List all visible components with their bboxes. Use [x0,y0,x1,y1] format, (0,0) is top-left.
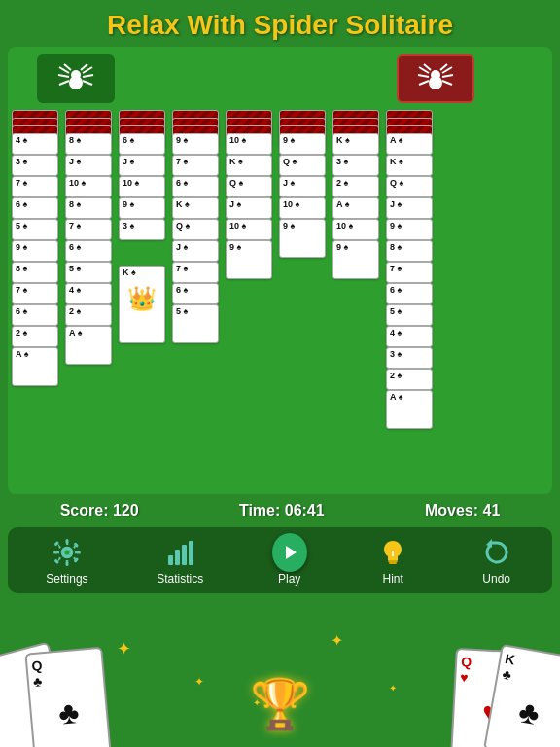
statistics-button[interactable]: Statistics [149,535,211,587]
svg-line-8 [64,64,71,70]
play-triangle-icon [280,543,299,562]
card[interactable]: 6 ♠ [386,283,433,304]
card[interactable]: 4 ♠ [65,283,112,304]
undo-label: Undo [482,572,510,586]
card[interactable]: 10 ♠ [65,176,112,197]
card[interactable]: J ♠ [386,197,433,219]
card[interactable]: K ♠ [332,133,379,155]
spider-icon-red [416,59,455,98]
card[interactable]: J ♠ [279,176,326,197]
hint-icon-area [375,537,410,568]
column-8: A ♠ K ♠ Q ♠ J ♠ 9 ♠ 8 ♠ 7 ♠ 6 ♠ 5 ♠ 4 ♠ … [386,110,437,460]
card[interactable]: 9 ♠ [226,240,272,279]
card[interactable]: 4 ♠ [386,326,433,347]
spider-logo-red [397,54,474,103]
svg-rect-39 [388,560,398,562]
card[interactable]: 8 ♠ [65,197,112,219]
time-display: Time: 06:41 [239,502,325,519]
column-4: 9 ♠ 7 ♠ 6 ♠ K ♠ Q ♠ J ♠ 7 ♠ 6 ♠ 5 ♠ [172,110,223,460]
card[interactable]: Q ♠ [226,176,272,197]
card[interactable]: J ♠ [226,197,272,219]
column-1: 4 ♠ 3 ♠ 7 ♠ 6 ♠ 5 ♠ 9 ♠ 8 ♠ 7 ♠ 6 ♠ 2 ♠ … [12,110,62,460]
card[interactable]: 7 ♠ [65,219,112,240]
card[interactable]: J ♠ [172,240,219,262]
hint-button[interactable]: Hint [368,535,418,587]
svg-rect-36 [182,545,187,565]
card[interactable]: 6 ♠ [119,133,165,155]
card[interactable]: 9 ♠ [279,133,326,155]
card[interactable]: 6 ♠ [172,176,219,197]
column-6: 9 ♠ Q ♠ J ♠ 10 ♠ 9 ♠ [279,110,330,460]
score-display: Score: 120 [60,502,139,519]
card[interactable]: 4 ♠ [12,133,58,155]
card[interactable]: 6 ♠ [12,197,58,219]
svg-line-16 [442,75,453,77]
statistics-label: Statistics [157,572,203,586]
card[interactable]: 9 ♠ [12,240,58,262]
play-button[interactable]: Play [264,535,315,587]
card[interactable]: 2 ♠ [12,326,58,347]
card[interactable]: 8 ♠ [65,133,112,155]
card[interactable]: 9 ♠ [386,219,433,240]
card[interactable]: Q ♠ [386,176,433,197]
card[interactable]: 3 ♠ [332,155,379,176]
card[interactable]: 9 ♠ [172,133,219,155]
play-label: Play [278,572,300,586]
card[interactable]: 10 ♠ [226,219,272,240]
card[interactable]: Q ♠ [279,155,326,176]
card[interactable]: 7 ♠ [172,155,219,176]
card[interactable]: 8 ♠ [386,240,433,262]
settings-icon-area [50,537,85,568]
king-card[interactable]: K ♠ 👑 [119,266,165,343]
settings-label: Settings [46,572,88,586]
svg-rect-34 [168,555,173,565]
card[interactable]: 3 ♠ [119,219,165,240]
card[interactable]: 5 ♠ [172,304,219,343]
card[interactable]: Q ♠ [172,219,219,240]
svg-rect-25 [65,561,68,566]
card[interactable]: 2 ♠ [65,304,112,326]
card[interactable]: K ♠ [226,155,272,176]
trophy-icon: 🏆 [250,676,310,732]
card[interactable]: 7 ♠ [12,283,58,304]
card[interactable]: A ♠ [12,347,58,386]
card[interactable]: 3 ♠ [386,347,433,369]
card[interactable]: A ♠ [65,326,112,365]
card[interactable]: J ♠ [119,155,165,176]
card[interactable]: 6 ♠ [12,304,58,326]
card[interactable]: 5 ♠ [12,219,58,240]
card[interactable]: 6 ♠ [65,240,112,262]
toolbar: Settings Statistics Play [8,527,552,593]
card[interactable]: 7 ♠ [386,262,433,283]
card[interactable]: 10 ♠ [226,133,272,155]
card[interactable]: 2 ♠ [386,369,433,390]
svg-marker-38 [286,546,297,559]
card[interactable]: 7 ♠ [12,176,58,197]
scores-bar: Score: 120 Time: 06:41 Moves: 41 [0,494,560,527]
card[interactable]: 3 ♠ [12,155,58,176]
card[interactable]: A ♠ [386,133,433,155]
card[interactable]: 9 ♠ [119,197,165,219]
card[interactable]: 10 ♠ [332,219,379,240]
svg-line-18 [424,64,431,70]
title-area: Relax With Spider Solitaire [0,0,560,47]
card[interactable]: 6 ♠ [172,283,219,304]
card[interactable]: A ♠ [332,197,379,219]
card[interactable]: 5 ♠ [65,262,112,283]
undo-button[interactable]: Undo [472,535,522,587]
svg-line-9 [81,64,88,70]
card[interactable]: K ♠ [386,155,433,176]
card[interactable]: K ♠ [172,197,219,219]
deco-card-2: Q♣ ♣ [24,647,111,747]
card[interactable]: 10 ♠ [279,197,326,219]
card[interactable]: 9 ♠ [332,240,379,279]
card[interactable]: 5 ♠ [386,304,433,326]
card[interactable]: 2 ♠ [332,176,379,197]
settings-button[interactable]: Settings [38,535,95,587]
card[interactable]: 7 ♠ [172,262,219,283]
card[interactable]: 8 ♠ [12,262,58,283]
card[interactable]: A ♠ [386,390,433,429]
card[interactable]: 10 ♠ [119,176,165,197]
card[interactable]: J ♠ [65,155,112,176]
card[interactable]: 9 ♠ [279,219,326,258]
